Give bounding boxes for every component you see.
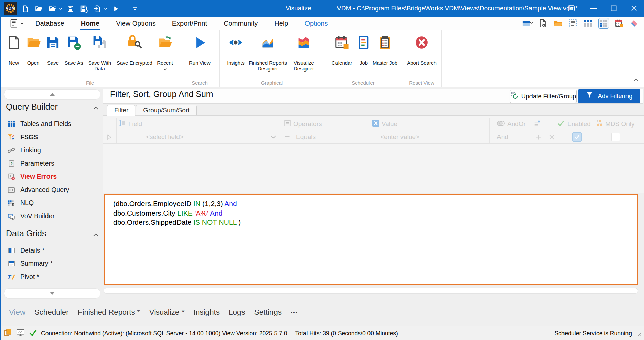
ribbon-master-job-button[interactable]: Master Job [372,30,398,66]
remove-condition-icon[interactable] [549,131,555,143]
bottom-tab-insights[interactable]: Insights [193,308,220,317]
sidebar-item-vov-builder[interactable]: VoV Builder [7,209,55,223]
sidebar-section-data-grids[interactable]: Data Grids [6,229,46,238]
ribbon-calendar-button[interactable]: Calendar [328,30,355,66]
chevron-up-icon[interactable] [93,105,99,111]
bottom-tab-finished-reports[interactable]: Finished Reports * [78,308,140,317]
bottom-tab-scheduler[interactable]: Scheduler [34,308,68,317]
field-dropdown-chevron-icon[interactable] [270,131,276,143]
sidebar-item-details[interactable]: Details * [7,244,45,257]
save-all-icon[interactable] [79,4,88,13]
ribbon-save-with-data-button[interactable]: Save With Data [85,30,115,72]
sidebar-scroll-up-button[interactable] [4,89,100,100]
ribbon-insights-button[interactable]: Insights [224,30,248,66]
quick-access-toolbar [21,4,144,13]
sidebar-item-fsgs[interactable]: AZ FSGS [7,131,38,144]
clipboard-stack-icon[interactable] [4,328,12,338]
tab-filter[interactable]: Filter [107,105,135,116]
collapse-ribbon-icon[interactable] [633,77,639,83]
horizontal-scrollbar[interactable] [104,288,638,294]
menu-database[interactable]: Database [35,20,64,27]
bottom-tab-visualize[interactable]: Visualize * [149,308,185,317]
sidebar-item-label: VoV Builder [20,212,55,220]
add-condition-icon[interactable] [535,131,542,143]
bottom-tab-logs[interactable]: Logs [229,308,245,317]
ribbon-save-button[interactable]: Save [43,30,63,66]
open-recent-icon[interactable] [48,4,57,13]
sidebar-item-summary[interactable]: Summary * [7,257,53,270]
sidebar-item-view-errors[interactable]: View Errors [7,170,57,183]
menu-export-print[interactable]: Export/Print [172,20,207,27]
close-button[interactable] [629,4,639,13]
app-logo[interactable]: VDM [4,2,17,15]
sidebar-item-pivot[interactable]: Σ Pivot * [7,270,39,283]
adv-filtering-button[interactable]: Adv Filtering [578,89,640,103]
resize-grip-icon[interactable] [637,332,641,338]
ribbon-run-view-button[interactable]: Run View [184,30,215,66]
customize-quick-access-icon[interactable] [131,4,139,13]
ribbon-visualize-designer-button[interactable]: Visualize Designer [288,30,320,72]
mds-only-checkbox[interactable] [611,133,620,141]
ribbon-display-options-icon[interactable] [567,4,576,13]
bottom-tab-more[interactable]: ••• [291,310,298,315]
menu-home[interactable]: Home [81,20,100,27]
document-settings-icon[interactable] [538,18,548,28]
menu-community[interactable]: Community [224,20,258,27]
ribbon-finished-reports-designer-button[interactable]: Finished Reports Designer [248,30,288,72]
update-filter-group-button[interactable]: Update Filter/Group [510,90,577,103]
sidebar-section-query-builder[interactable]: Query Builder [6,102,58,112]
calendar-small-icon[interactable] [614,18,624,28]
chevron-down-icon[interactable] [59,7,63,10]
chevron-down-icon[interactable] [104,7,108,10]
sidebar-item-nlq[interactable]: NLQ [7,196,34,209]
ribbon-save-as-button[interactable]: Save As [63,30,85,66]
column-label: Enabled [567,120,591,128]
enabled-checkbox[interactable] [572,132,582,142]
minimize-button[interactable] [589,4,598,13]
ribbon-recent-button[interactable]: Recent [154,30,176,73]
menu-options[interactable]: Options [304,20,328,27]
value-input[interactable]: <enter value> [380,131,419,143]
bottom-tab-settings[interactable]: Settings [254,308,282,317]
column-mds-only: MDS Only [596,118,635,131]
nlq-icon [7,199,15,207]
ribbon-item-label: Abort Search [407,60,437,66]
sidebar-item-linking[interactable]: Linking [7,144,41,157]
operator-select[interactable]: Equals [296,131,316,143]
ribbon-abort-search-button[interactable]: Abort Search [406,30,437,66]
bottom-tab-view[interactable]: View [9,308,25,317]
open-file-icon[interactable] [34,4,43,13]
maximize-button[interactable] [609,4,618,13]
chevron-up-icon[interactable] [93,232,99,238]
grid-view-selected-icon[interactable] [598,18,609,29]
details-view-icon[interactable] [568,18,578,28]
save-icon[interactable] [66,4,75,13]
menu-view-options[interactable]: View Options [116,20,155,27]
display-mode-dropdown-icon[interactable] [522,18,533,28]
grid-view-icon[interactable] [583,18,593,28]
menu-help[interactable]: Help [274,20,288,27]
advanced-filter-sql-editor[interactable]: (dbo.Orders.EmployeeID IN (1,2,3) And db… [104,194,638,285]
sidebar-item-tables-and-fields[interactable]: Tables and Fields [7,117,71,131]
sidebar-scroll-down-button[interactable] [4,288,100,299]
sidebar-item-parameters[interactable]: ? Parameters [7,157,54,170]
export-icon[interactable] [93,4,102,13]
new-file-icon[interactable] [21,4,30,13]
monitor-icon[interactable] [16,329,25,338]
column-label: Value [382,120,397,128]
ribbon-open-button[interactable]: Open [24,30,43,66]
andor-select[interactable]: And [497,131,508,143]
tab-group-sum-sort[interactable]: Group/Sum/Sort [136,105,196,116]
ribbon-spacer [442,30,644,87]
navigation-pane-icon[interactable] [9,18,24,28]
sidebar-item-advanced-query[interactable]: Advanced Query [7,183,69,196]
eraser-icon[interactable] [629,18,639,28]
folder-icon[interactable] [553,18,563,28]
row-expander-icon[interactable] [107,131,112,143]
field-select[interactable]: <select field> [146,131,184,143]
run-icon[interactable] [111,4,120,13]
ribbon-job-button[interactable]: Job [355,30,372,66]
ribbon-save-encrypted-button[interactable]: Save Encrypted [115,30,154,66]
lock-key-icon [126,34,142,51]
ribbon-new-button[interactable]: New [4,30,24,66]
